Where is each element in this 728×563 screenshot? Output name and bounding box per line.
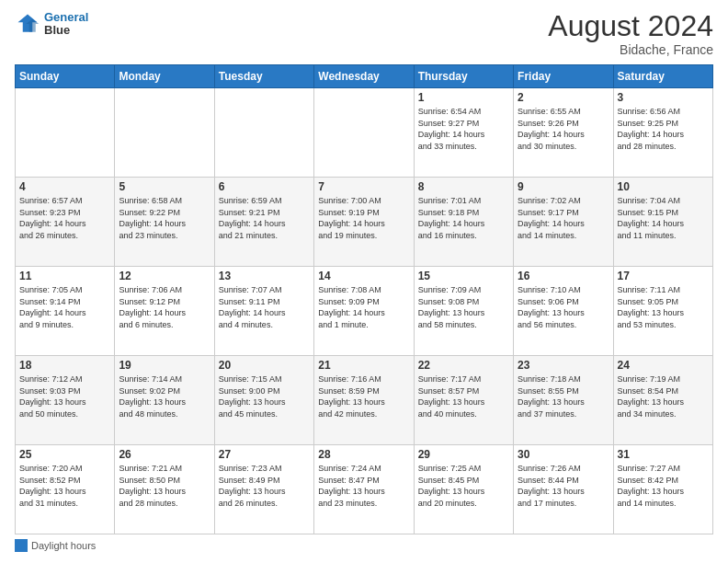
calendar-cell: 7Sunrise: 7:00 AMSunset: 9:19 PMDaylight…	[314, 178, 414, 267]
day-info: Sunrise: 7:07 AMSunset: 9:11 PMDaylight:…	[219, 284, 310, 330]
calendar-cell	[214, 88, 313, 178]
day-number: 1	[418, 91, 509, 104]
day-number: 11	[19, 270, 110, 282]
day-number: 13	[219, 270, 310, 282]
legend-box	[15, 539, 28, 552]
calendar-cell: 12Sunrise: 7:06 AMSunset: 9:12 PMDayligh…	[115, 267, 214, 356]
calendar-cell: 23Sunrise: 7:18 AMSunset: 8:55 PMDayligh…	[514, 356, 613, 445]
day-number: 17	[618, 270, 709, 282]
calendar-cell: 1Sunrise: 6:54 AMSunset: 9:27 PMDaylight…	[414, 88, 513, 178]
day-number: 31	[618, 448, 709, 461]
day-number: 5	[119, 180, 210, 193]
day-info: Sunrise: 7:08 AMSunset: 9:09 PMDaylight:…	[318, 284, 409, 330]
day-info: Sunrise: 7:20 AMSunset: 8:52 PMDaylight:…	[19, 463, 110, 509]
day-info: Sunrise: 7:02 AMSunset: 9:17 PMDaylight:…	[518, 195, 609, 241]
day-info: Sunrise: 7:27 AMSunset: 8:42 PMDaylight:…	[618, 463, 709, 509]
day-number: 7	[318, 180, 409, 193]
day-number: 26	[119, 448, 210, 461]
day-info: Sunrise: 6:55 AMSunset: 9:26 PMDaylight:…	[518, 106, 609, 152]
page: General Blue August 2024 Bidache, France…	[0, 0, 728, 563]
day-info: Sunrise: 7:23 AMSunset: 8:49 PMDaylight:…	[219, 463, 310, 509]
day-header-tuesday: Tuesday	[214, 65, 313, 88]
day-info: Sunrise: 7:17 AMSunset: 8:57 PMDaylight:…	[418, 373, 509, 419]
day-info: Sunrise: 6:57 AMSunset: 9:23 PMDaylight:…	[19, 195, 110, 241]
day-info: Sunrise: 7:11 AMSunset: 9:05 PMDaylight:…	[618, 284, 709, 330]
day-header-friday: Friday	[514, 65, 613, 88]
calendar-cell	[115, 88, 214, 178]
day-header-monday: Monday	[115, 65, 214, 88]
day-info: Sunrise: 7:15 AMSunset: 9:00 PMDaylight:…	[219, 373, 310, 419]
day-header-saturday: Saturday	[613, 65, 712, 88]
day-number: 6	[219, 180, 310, 193]
day-info: Sunrise: 6:54 AMSunset: 9:27 PMDaylight:…	[418, 106, 509, 152]
day-number: 14	[318, 270, 409, 282]
calendar-table: SundayMondayTuesdayWednesdayThursdayFrid…	[15, 64, 713, 534]
day-number: 29	[418, 448, 509, 461]
location: Bidache, France	[548, 42, 713, 57]
day-info: Sunrise: 7:01 AMSunset: 9:18 PMDaylight:…	[418, 195, 509, 241]
day-info: Sunrise: 7:24 AMSunset: 8:47 PMDaylight:…	[318, 463, 409, 509]
day-info: Sunrise: 7:18 AMSunset: 8:55 PMDaylight:…	[518, 373, 609, 419]
day-info: Sunrise: 7:10 AMSunset: 9:06 PMDaylight:…	[518, 284, 609, 330]
calendar-cell	[16, 88, 115, 178]
calendar-week-4: 18Sunrise: 7:12 AMSunset: 9:03 PMDayligh…	[16, 356, 713, 445]
day-info: Sunrise: 7:06 AMSunset: 9:12 PMDaylight:…	[119, 284, 210, 330]
calendar-cell: 30Sunrise: 7:26 AMSunset: 8:44 PMDayligh…	[514, 445, 613, 534]
day-number: 2	[518, 91, 609, 104]
calendar-week-2: 4Sunrise: 6:57 AMSunset: 9:23 PMDaylight…	[16, 178, 713, 267]
month-title: August 2024	[548, 11, 713, 40]
calendar-cell: 27Sunrise: 7:23 AMSunset: 8:49 PMDayligh…	[214, 445, 313, 534]
calendar-header-row: SundayMondayTuesdayWednesdayThursdayFrid…	[16, 65, 713, 88]
calendar-cell: 10Sunrise: 7:04 AMSunset: 9:15 PMDayligh…	[613, 178, 712, 267]
day-info: Sunrise: 7:04 AMSunset: 9:15 PMDaylight:…	[618, 195, 709, 241]
calendar-cell: 24Sunrise: 7:19 AMSunset: 8:54 PMDayligh…	[613, 356, 712, 445]
calendar-cell: 26Sunrise: 7:21 AMSunset: 8:50 PMDayligh…	[115, 445, 214, 534]
calendar-cell: 11Sunrise: 7:05 AMSunset: 9:14 PMDayligh…	[16, 267, 115, 356]
calendar-cell: 16Sunrise: 7:10 AMSunset: 9:06 PMDayligh…	[514, 267, 613, 356]
day-number: 23	[518, 359, 609, 372]
day-info: Sunrise: 7:00 AMSunset: 9:19 PMDaylight:…	[318, 195, 409, 241]
day-info: Sunrise: 7:12 AMSunset: 9:03 PMDaylight:…	[19, 373, 110, 419]
day-header-sunday: Sunday	[16, 65, 115, 88]
day-number: 16	[518, 270, 609, 282]
calendar-cell: 31Sunrise: 7:27 AMSunset: 8:42 PMDayligh…	[613, 445, 712, 534]
calendar-cell: 20Sunrise: 7:15 AMSunset: 9:00 PMDayligh…	[214, 356, 313, 445]
day-info: Sunrise: 7:14 AMSunset: 9:02 PMDaylight:…	[119, 373, 210, 419]
header: General Blue August 2024 Bidache, France	[15, 11, 713, 57]
calendar-cell: 17Sunrise: 7:11 AMSunset: 9:05 PMDayligh…	[613, 267, 712, 356]
day-number: 12	[119, 270, 210, 282]
calendar-week-5: 25Sunrise: 7:20 AMSunset: 8:52 PMDayligh…	[16, 445, 713, 534]
calendar-week-3: 11Sunrise: 7:05 AMSunset: 9:14 PMDayligh…	[16, 267, 713, 356]
calendar-cell: 15Sunrise: 7:09 AMSunset: 9:08 PMDayligh…	[414, 267, 513, 356]
day-info: Sunrise: 7:25 AMSunset: 8:45 PMDaylight:…	[418, 463, 509, 509]
legend-label: Daylight hours	[31, 540, 96, 551]
calendar-week-1: 1Sunrise: 6:54 AMSunset: 9:27 PMDaylight…	[16, 88, 713, 178]
calendar-cell: 29Sunrise: 7:25 AMSunset: 8:45 PMDayligh…	[414, 445, 513, 534]
calendar-cell: 3Sunrise: 6:56 AMSunset: 9:25 PMDaylight…	[613, 88, 712, 178]
calendar-cell: 25Sunrise: 7:20 AMSunset: 8:52 PMDayligh…	[16, 445, 115, 534]
day-info: Sunrise: 6:59 AMSunset: 9:21 PMDaylight:…	[219, 195, 310, 241]
calendar-cell: 8Sunrise: 7:01 AMSunset: 9:18 PMDaylight…	[414, 178, 513, 267]
logo: General Blue	[15, 11, 88, 38]
logo-icon	[15, 11, 40, 37]
day-number: 9	[518, 180, 609, 193]
calendar-cell: 22Sunrise: 7:17 AMSunset: 8:57 PMDayligh…	[414, 356, 513, 445]
title-block: August 2024 Bidache, France	[548, 11, 713, 57]
day-number: 3	[618, 91, 709, 104]
day-number: 22	[418, 359, 509, 372]
day-info: Sunrise: 6:58 AMSunset: 9:22 PMDaylight:…	[119, 195, 210, 241]
day-number: 20	[219, 359, 310, 372]
calendar-cell: 21Sunrise: 7:16 AMSunset: 8:59 PMDayligh…	[314, 356, 414, 445]
day-number: 18	[19, 359, 110, 372]
calendar-cell: 18Sunrise: 7:12 AMSunset: 9:03 PMDayligh…	[16, 356, 115, 445]
calendar-cell: 2Sunrise: 6:55 AMSunset: 9:26 PMDaylight…	[514, 88, 613, 178]
day-number: 15	[418, 270, 509, 282]
calendar-cell: 6Sunrise: 6:59 AMSunset: 9:21 PMDaylight…	[214, 178, 313, 267]
calendar-cell: 13Sunrise: 7:07 AMSunset: 9:11 PMDayligh…	[214, 267, 313, 356]
day-number: 8	[418, 180, 509, 193]
day-number: 25	[19, 448, 110, 461]
legend: Daylight hours	[15, 539, 713, 552]
day-number: 4	[19, 180, 110, 193]
day-number: 27	[219, 448, 310, 461]
day-header-thursday: Thursday	[414, 65, 513, 88]
